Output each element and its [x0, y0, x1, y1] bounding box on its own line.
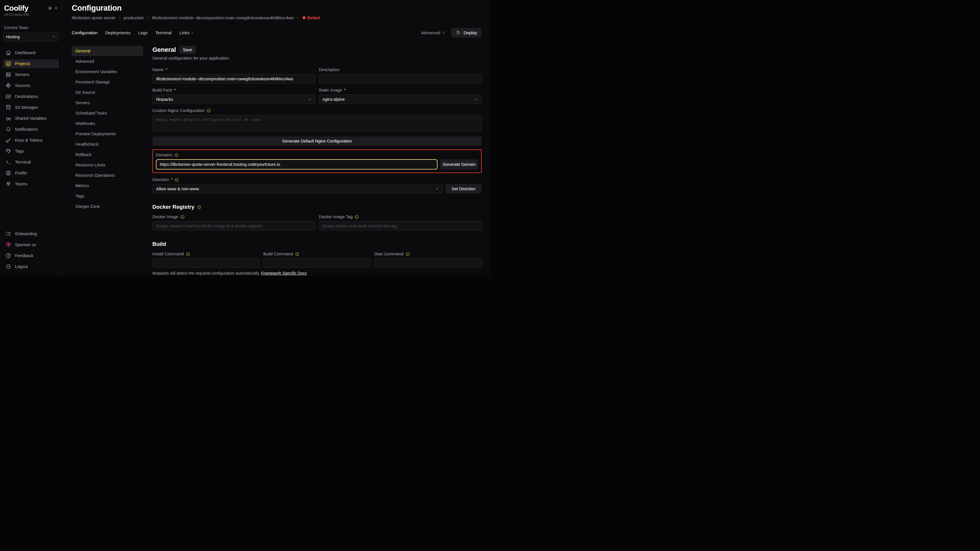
breadcrumb-application[interactable]: illicitestonion/-module--decomposition:m…	[152, 15, 294, 20]
domains-input[interactable]	[156, 159, 438, 170]
generate-nginx-config-button[interactable]: Generate Default Nginx Configuration	[153, 137, 482, 146]
subnav-item-scheduled-tasks[interactable]: Scheduled Tasks	[72, 108, 143, 118]
info-icon	[175, 178, 179, 182]
subnav-item-danger-zone[interactable]: Danger Zone	[72, 201, 143, 211]
tags-icon	[5, 148, 11, 154]
sidebar-item-destinations[interactable]: Destinations	[3, 92, 59, 101]
sidebar-footer: Onboarding Sponsor us Feedback Logout	[3, 229, 59, 271]
team-select[interactable]: Hosting	[3, 32, 59, 41]
sidebar-item-sponsor-us[interactable]: Sponsor us	[3, 240, 59, 249]
sidebar-item-sources[interactable]: Sources	[3, 81, 59, 90]
chevrons-up-down-icon	[442, 31, 445, 35]
sidebar-nav: Dashboard Projects Servers Sources Desti…	[3, 48, 59, 189]
chevron-down-icon	[474, 97, 478, 101]
subnav-item-metrics[interactable]: Metrics	[72, 181, 143, 191]
nixpacks-note: Nixpacks will detect the required config…	[153, 271, 482, 275]
coolify-app: Coolify v4.0.0-beta.399 Current Team Hos…	[0, 0, 490, 275]
subnav-item-tags[interactable]: Tags	[72, 191, 143, 201]
subnav-item-environment-variables[interactable]: Environment Variables	[72, 67, 143, 77]
direction-select[interactable]: Allow www & non-www.	[153, 184, 443, 194]
docker-image-input[interactable]	[153, 221, 315, 230]
sidebar-item-s3-storages[interactable]: S3 Storages	[3, 103, 59, 112]
build-pack-select[interactable]: Nixpacks	[153, 94, 315, 104]
advanced-menu[interactable]: Advanced	[421, 30, 445, 35]
deploy-button[interactable]: Deploy	[451, 28, 482, 37]
sidebar-item-feedback[interactable]: Feedback	[3, 251, 59, 260]
description-input[interactable]	[319, 74, 482, 84]
breadcrumb-environment[interactable]: production	[124, 15, 144, 20]
name-input[interactable]	[153, 74, 315, 84]
subnav-item-rollback[interactable]: Rollback	[72, 149, 143, 160]
chevron-down-icon	[308, 97, 312, 101]
sidebar-item-onboarding[interactable]: Onboarding	[3, 229, 59, 238]
sidebar-item-tags[interactable]: Tags	[3, 147, 59, 156]
subnav-item-advanced[interactable]: Advanced	[72, 56, 143, 67]
sidebar-item-servers[interactable]: Servers	[3, 70, 59, 79]
sidebar-item-teams[interactable]: Teams	[3, 179, 59, 189]
heart-icon	[5, 242, 11, 248]
app-logo[interactable]: Coolify	[4, 4, 29, 13]
sidebar: Coolify v4.0.0-beta.399 Current Team Hos…	[0, 0, 62, 275]
subnav-item-git-source[interactable]: Git Source	[72, 87, 143, 98]
key-icon	[5, 137, 11, 143]
sidebar-item-profile[interactable]: Profile	[3, 169, 59, 178]
sidebar-item-logout[interactable]: Logout	[3, 262, 59, 271]
subnav-item-healthcheck[interactable]: Healthcheck	[72, 139, 143, 149]
tab-terminal[interactable]: Terminal	[155, 30, 172, 35]
breadcrumb-project[interactable]: illicitonion quote server	[72, 15, 116, 20]
app-version: v4.0.0-beta.399	[4, 13, 58, 17]
play-icon	[456, 30, 461, 35]
set-direction-button[interactable]: Set Direction	[445, 184, 482, 194]
info-icon	[180, 215, 185, 219]
install-command-input[interactable]	[153, 258, 260, 268]
theme-selector-chevrons-icon[interactable]	[54, 6, 58, 10]
chevron-right-icon	[118, 16, 122, 19]
sidebar-item-keys-tokens[interactable]: Keys & Tokens	[3, 136, 59, 145]
framework-docs-link[interactable]: Framework Specific Docs	[261, 271, 307, 275]
section-title-docker-registry: Docker Registry	[153, 204, 194, 210]
theme-toggle-sun-icon[interactable]	[48, 6, 52, 10]
tab-logs[interactable]: Logs	[138, 30, 148, 35]
main-area: Configuration illicitonion quote server …	[62, 0, 490, 275]
home-icon	[5, 50, 11, 56]
sidebar-item-projects[interactable]: Projects	[3, 59, 59, 68]
section-title-general: General	[153, 46, 176, 54]
subnav-item-webhooks[interactable]: Webhooks	[72, 118, 143, 129]
subnav-item-resource-operations[interactable]: Resource Operations	[72, 170, 143, 181]
subnav-item-general[interactable]: General	[72, 46, 143, 56]
sidebar-item-dashboard[interactable]: Dashboard	[3, 48, 59, 57]
info-icon	[355, 215, 359, 219]
section-title-build: Build	[153, 241, 166, 247]
start-command-input[interactable]	[374, 258, 482, 268]
current-team-label: Current Team	[4, 25, 58, 30]
status-dot	[302, 16, 305, 19]
logout-icon	[5, 264, 11, 270]
docker-image-tag-input[interactable]	[319, 221, 482, 230]
tab-configuration[interactable]: Configuration	[72, 30, 97, 35]
subnav-item-preview-deployments[interactable]: Preview Deployments	[72, 129, 143, 139]
subnav-item-servers[interactable]: Servers	[72, 98, 143, 108]
users-icon	[5, 181, 11, 187]
subnav-item-persistent-storage[interactable]: Persistent Storage	[72, 77, 143, 87]
sidebar-item-notifications[interactable]: Notifications	[3, 125, 59, 134]
static-image-select[interactable]: nginx:alpine	[319, 94, 482, 104]
generate-domain-button[interactable]: Generate Domain	[440, 159, 478, 170]
sidebar-item-shared-variables[interactable]: (x) Shared Variables	[3, 114, 59, 123]
build-command-input[interactable]	[263, 258, 371, 268]
server-icon	[5, 72, 11, 78]
save-button[interactable]: Save	[179, 46, 196, 54]
tab-deployments[interactable]: Deployments	[105, 30, 130, 35]
info-icon	[174, 153, 178, 157]
docker-image-label: Docker Image	[153, 214, 315, 219]
chevron-right-icon	[296, 16, 299, 19]
checklist-icon	[5, 231, 11, 237]
page-title: Configuration	[72, 4, 482, 13]
subnav-item-resource-limits[interactable]: Resource Limits	[72, 160, 143, 170]
custom-nginx-textarea[interactable]	[153, 115, 482, 132]
direction-label: Direction*	[153, 177, 482, 182]
info-icon	[295, 252, 299, 256]
sidebar-item-terminal[interactable]: Terminal	[3, 158, 59, 167]
bell-icon	[5, 126, 11, 132]
section-description: General configuration for your applicati…	[153, 56, 482, 60]
tab-links[interactable]: Links	[180, 30, 194, 35]
